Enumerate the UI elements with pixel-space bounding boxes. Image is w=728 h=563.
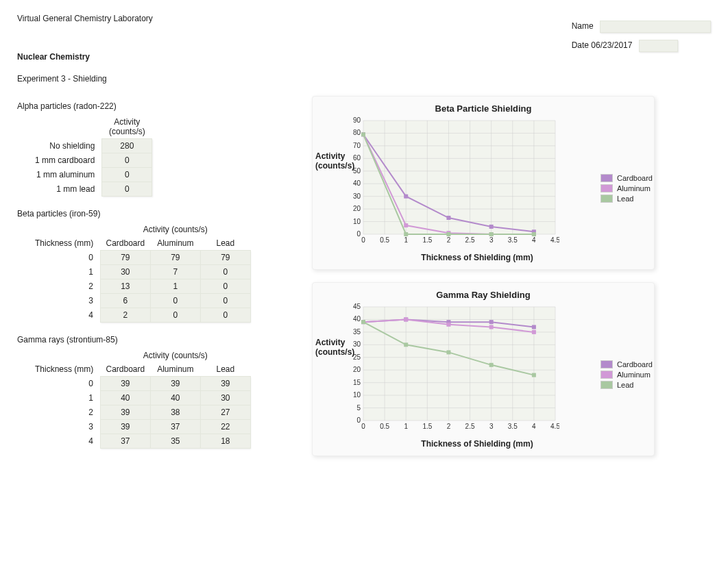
chart-ylabel: Activity (counts/s)	[315, 338, 343, 357]
alpha-table: Activity (counts/s) No shielding 2801 mm…	[31, 115, 152, 197]
legend-item: Lead	[600, 381, 653, 389]
date-field[interactable]	[639, 40, 678, 52]
svg-text:20: 20	[353, 205, 361, 212]
activity-cell[interactable]: 0	[150, 308, 200, 323]
activity-cell[interactable]: 37	[100, 434, 150, 449]
svg-rect-103	[404, 317, 408, 321]
svg-text:0: 0	[361, 423, 365, 430]
activity-cell[interactable]: 40	[100, 391, 150, 405]
thickness-value: 1	[31, 391, 100, 405]
chart-legend: Cardboard Aluminum Lead	[600, 174, 653, 205]
activity-cell[interactable]: 35	[150, 434, 200, 449]
activity-cell[interactable]: 39	[100, 405, 150, 420]
svg-text:3: 3	[489, 423, 494, 430]
activity-cell[interactable]: 79	[200, 251, 250, 265]
svg-text:4.5: 4.5	[550, 236, 559, 244]
svg-rect-51	[361, 132, 365, 136]
activity-cell[interactable]: 0	[150, 294, 200, 308]
activity-cell[interactable]: 39	[100, 420, 150, 434]
svg-rect-110	[489, 363, 494, 367]
gamma-mat-1: Aluminum	[150, 362, 200, 377]
name-label: Name	[572, 21, 594, 31]
beta-mat-0: Cardboard	[100, 236, 150, 251]
gamma-table: Activity (counts/s) Thickness (mm) Cardb…	[31, 349, 251, 449]
legend-item: Cardboard	[600, 360, 653, 368]
alpha-row-value[interactable]: 280	[102, 139, 152, 153]
alpha-row-value[interactable]: 0	[102, 182, 152, 197]
activity-cell[interactable]: 0	[200, 279, 250, 294]
svg-text:2: 2	[447, 423, 451, 430]
svg-text:10: 10	[353, 218, 361, 225]
svg-text:5: 5	[356, 404, 361, 412]
beta-mat-2: Lead	[200, 236, 250, 251]
activity-cell[interactable]: 40	[150, 391, 200, 405]
svg-rect-111	[532, 373, 536, 377]
activity-cell[interactable]: 30	[100, 265, 150, 279]
svg-rect-44	[489, 225, 494, 229]
activity-cell[interactable]: 0	[200, 265, 250, 279]
activity-cell[interactable]: 2	[100, 308, 150, 323]
svg-rect-43	[446, 216, 450, 220]
svg-rect-52	[404, 232, 408, 236]
svg-text:15: 15	[353, 379, 361, 386]
svg-text:40: 40	[353, 179, 361, 187]
alpha-row-label: 1 mm cardboard	[31, 153, 102, 168]
chart-xlabel: Thickness of Shielding (mm)	[367, 439, 587, 449]
svg-rect-109	[446, 350, 450, 354]
gamma-thickness-header: Thickness (mm)	[31, 362, 100, 377]
activity-cell[interactable]: 39	[200, 377, 250, 391]
svg-text:80: 80	[353, 129, 361, 136]
page-title: Virtual General Chemistry Laboratory	[17, 14, 153, 44]
gamma-section: Gamma rays (strontium-85)	[17, 335, 291, 345]
svg-text:2.5: 2.5	[465, 423, 475, 430]
beta-section: Beta particles (iron-59)	[17, 209, 291, 218]
gamma-mat-0: Cardboard	[100, 362, 150, 377]
alpha-row-value[interactable]: 0	[102, 168, 152, 182]
svg-text:0: 0	[356, 416, 361, 424]
chart-svg: 010203040506070809000.511.522.533.544.5	[340, 116, 559, 247]
date-label: Date	[572, 40, 589, 50]
alpha-row-label: 1 mm aluminum	[31, 168, 102, 182]
svg-text:40: 40	[353, 315, 361, 323]
legend-label: Cardboard	[617, 174, 653, 182]
activity-cell[interactable]: 39	[150, 377, 200, 391]
activity-cell[interactable]: 79	[100, 251, 150, 265]
svg-text:1: 1	[404, 236, 408, 244]
date-value: 06/23/2017	[591, 40, 632, 50]
alpha-row-label: 1 mm lead	[31, 182, 102, 197]
alpha-row-value[interactable]: 0	[102, 153, 152, 168]
activity-cell[interactable]: 13	[100, 279, 150, 294]
svg-rect-55	[532, 232, 536, 236]
thickness-value: 3	[31, 420, 100, 434]
svg-text:20: 20	[353, 366, 361, 373]
activity-cell[interactable]: 27	[200, 405, 250, 420]
activity-cell[interactable]: 6	[100, 294, 150, 308]
svg-rect-108	[404, 342, 408, 347]
activity-cell[interactable]: 30	[200, 391, 250, 405]
svg-rect-47	[404, 223, 408, 227]
chart-box: Beta Particle Shielding Activity (counts…	[312, 96, 655, 270]
legend-label: Lead	[617, 381, 633, 389]
svg-rect-104	[446, 323, 450, 327]
activity-cell[interactable]: 37	[150, 420, 200, 434]
activity-cell[interactable]: 18	[200, 434, 250, 449]
svg-text:3.5: 3.5	[508, 423, 518, 430]
chart-xlabel: Thickness of Shielding (mm)	[367, 253, 587, 262]
activity-cell[interactable]: 1	[150, 279, 200, 294]
beta-thickness-header: Thickness (mm)	[31, 236, 100, 251]
activity-cell[interactable]: 39	[100, 377, 150, 391]
svg-text:2.5: 2.5	[465, 236, 475, 244]
beta-mat-1: Aluminum	[150, 236, 200, 251]
thickness-value: 4	[31, 308, 100, 323]
gamma-mat-2: Lead	[200, 362, 250, 377]
activity-cell[interactable]: 0	[200, 294, 250, 308]
subject: Nuclear Chemistry	[17, 52, 711, 62]
activity-cell[interactable]: 22	[200, 420, 250, 434]
activity-cell[interactable]: 0	[200, 308, 250, 323]
svg-text:90: 90	[353, 116, 361, 124]
beta-group-header: Activity (counts/s)	[100, 223, 250, 236]
activity-cell[interactable]: 79	[150, 251, 200, 265]
activity-cell[interactable]: 38	[150, 405, 200, 420]
name-field[interactable]	[600, 21, 711, 33]
activity-cell[interactable]: 7	[150, 265, 200, 279]
